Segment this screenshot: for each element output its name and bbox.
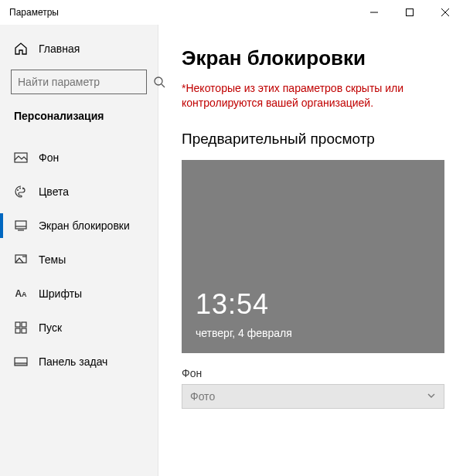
chevron-down-icon [427,390,436,403]
preview-heading: Предварительный просмотр [182,131,449,148]
sidebar-section-label: Персонализация [0,105,158,141]
background-select-value: Фото [190,390,215,403]
svg-point-9 [22,188,24,189]
sidebar: Главная Персонализация Фон Цве [0,25,158,476]
sidebar-item-label: Темы [39,253,66,266]
window-body: Главная Персонализация Фон Цве [0,25,463,476]
preview-time: 13:54 [196,288,269,321]
sidebar-item-fonts[interactable]: AA Шрифты [0,277,158,311]
fonts-icon: AA [14,287,28,301]
lockscreen-preview: 13:54 четверг, 4 февраля [182,160,444,353]
sidebar-item-label: Панель задач [39,355,107,368]
window-title: Параметры [9,7,59,18]
sidebar-item-lockscreen[interactable]: Экран блокировки [0,209,158,243]
window-controls [356,0,463,25]
page-title: Экран блокировки [182,46,449,70]
svg-point-8 [19,188,21,189]
minimize-icon [370,8,378,16]
sidebar-home[interactable]: Главная [0,34,158,63]
start-icon [14,321,28,335]
minimize-button[interactable] [356,0,392,25]
svg-rect-16 [15,328,20,333]
sidebar-item-taskbar[interactable]: Панель задач [0,345,158,379]
svg-rect-10 [15,221,26,229]
taskbar-icon [14,355,28,369]
close-button[interactable] [427,0,463,25]
sidebar-item-label: Шрифты [39,287,82,300]
search-input[interactable] [18,76,153,88]
svg-rect-17 [22,328,26,333]
content-area: Экран блокировки *Некоторые из этих пара… [158,25,463,476]
maximize-button[interactable] [392,0,427,25]
svg-point-7 [17,189,19,191]
background-select[interactable]: Фото [182,384,444,409]
sidebar-home-label: Главная [39,42,80,55]
home-icon [14,42,28,56]
sidebar-item-themes[interactable]: Темы [0,243,158,277]
sidebar-item-label: Пуск [39,321,62,334]
sidebar-item-start[interactable]: Пуск [0,311,158,345]
maximize-icon [406,8,414,16]
svg-rect-15 [22,322,26,327]
svg-rect-14 [15,322,20,327]
palette-icon [14,185,28,199]
background-label: Фон [182,367,449,379]
sidebar-item-label: Фон [39,151,59,164]
sidebar-nav: Фон Цвета Экран блокировки Темы AA Шрифт… [0,141,158,379]
image-icon [14,151,28,165]
sidebar-item-background[interactable]: Фон [0,141,158,175]
sidebar-item-label: Экран блокировки [39,219,130,232]
sidebar-item-colors[interactable]: Цвета [0,175,158,209]
preview-date: четверг, 4 февраля [196,327,292,339]
svg-rect-1 [407,9,414,16]
titlebar: Параметры [0,0,463,25]
lockscreen-icon [14,219,28,233]
settings-window: Параметры Главная [0,0,463,476]
policy-warning: *Некоторые из этих параметров скрыты или… [182,81,444,110]
search-wrap [0,63,158,105]
themes-icon [14,253,28,267]
search-box[interactable] [11,70,147,94]
sidebar-item-label: Цвета [39,185,69,198]
close-icon [441,8,449,16]
